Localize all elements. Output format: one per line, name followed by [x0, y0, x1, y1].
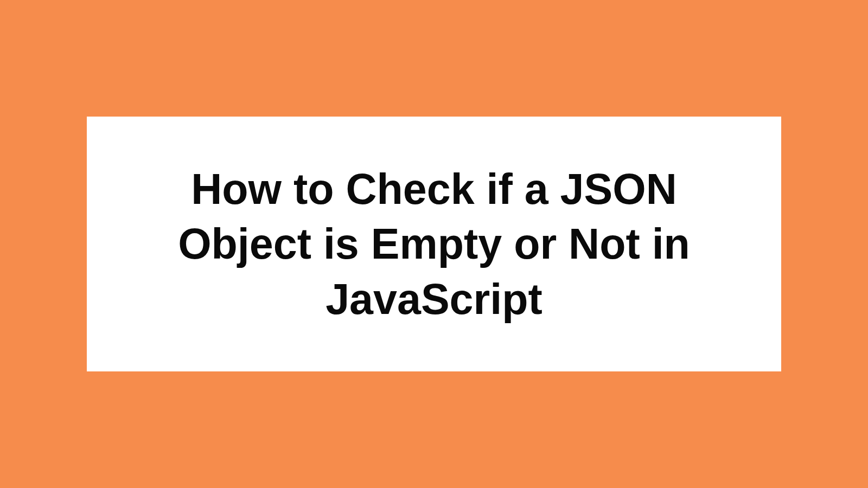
title-card: How to Check if a JSON Object is Empty o…: [87, 117, 781, 371]
page-title: How to Check if a JSON Object is Empty o…: [130, 162, 738, 326]
